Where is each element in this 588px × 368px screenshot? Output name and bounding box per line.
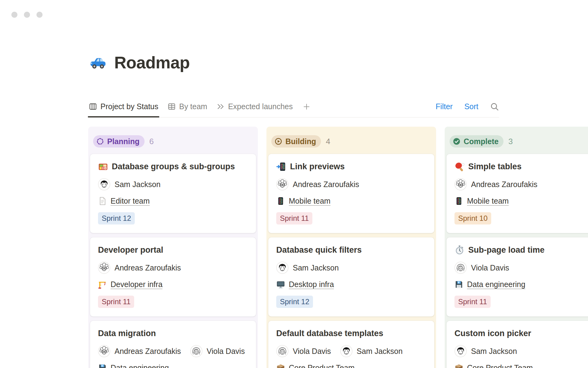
- team-row: Mobile team: [276, 196, 426, 206]
- team-link[interactable]: Core Product Team: [289, 362, 355, 368]
- status-pill-building[interactable]: Building: [271, 135, 321, 148]
- team-link[interactable]: Editor team: [111, 196, 150, 206]
- column-count: 4: [326, 137, 330, 146]
- card[interactable]: Database quick filtersSam JacksonDesktop…: [268, 237, 434, 316]
- car-icon: [89, 54, 107, 71]
- team-row: Developer infra: [98, 279, 248, 289]
- card-title-text: Database groups & sub-groups: [112, 161, 235, 172]
- team-row: Editor team: [98, 196, 248, 206]
- avatar: [98, 178, 110, 190]
- person-name: Viola Davis: [471, 263, 509, 272]
- person-chip: Andreas Zaroufakis: [98, 262, 181, 274]
- card[interactable]: Link previewsAndreas ZaroufakisMobile te…: [268, 154, 434, 233]
- column-header: Planning6: [93, 135, 253, 148]
- card-title-text: Custom icon picker: [454, 328, 531, 339]
- phone-icon: [454, 197, 463, 205]
- column-building: Building4Link previewsAndreas Zaroufakis…: [266, 127, 436, 368]
- status-pill-label: Complete: [464, 137, 499, 146]
- board: Planning6Database groups & sub-groupsSam…: [88, 127, 588, 368]
- floppy-icon: [98, 363, 107, 368]
- plus-icon: [303, 103, 311, 111]
- card[interactable]: Default database templatesViola DavisSam…: [268, 321, 434, 368]
- team-link[interactable]: Developer infra: [111, 279, 163, 289]
- card[interactable]: Database groups & sub-groupsSam JacksonE…: [90, 154, 256, 233]
- team-row: Desktop infra: [276, 279, 426, 289]
- avatar: [98, 345, 110, 357]
- team-link[interactable]: Mobile team: [467, 196, 509, 206]
- window-dot[interactable]: [24, 12, 30, 18]
- add-view-button[interactable]: [303, 96, 311, 117]
- avatar: [454, 178, 467, 190]
- search-button[interactable]: [490, 102, 499, 111]
- search-icon: [490, 102, 499, 111]
- card[interactable]: Custom icon pickerSam JacksonCore Produc…: [447, 321, 588, 368]
- bento-icon: [98, 162, 108, 172]
- person-row: Andreas ZaroufakisViola Davis: [98, 345, 248, 357]
- check-circle-icon: [452, 137, 461, 146]
- person-chip: Viola Davis: [190, 345, 245, 357]
- table-view-icon: [168, 102, 176, 111]
- double-chevron-icon: [217, 102, 225, 111]
- tab-label: By team: [179, 102, 207, 111]
- window-dot[interactable]: [11, 12, 17, 18]
- card[interactable]: Developer portalAndreas ZaroufakisDevelo…: [90, 237, 256, 316]
- card-title-text: Developer portal: [98, 245, 163, 255]
- card[interactable]: Data migrationAndreas ZaroufakisViola Da…: [90, 321, 256, 368]
- person-row: Viola DavisSam Jackson: [276, 345, 426, 357]
- person-row: Viola Davis: [454, 262, 588, 274]
- tab-label: Project by Status: [100, 102, 158, 111]
- person-chip: Andreas Zaroufakis: [454, 178, 537, 190]
- window-dot[interactable]: [36, 12, 43, 18]
- card-title: Simple tables: [454, 161, 588, 172]
- team-link[interactable]: Mobile team: [289, 196, 330, 206]
- page-title-row: Roadmap: [89, 53, 190, 72]
- tab-by-team[interactable]: By team: [168, 96, 207, 117]
- person-name: Andreas Zaroufakis: [115, 347, 181, 356]
- person-chip: Sam Jackson: [98, 178, 160, 190]
- person-name: Viola Davis: [293, 347, 331, 356]
- column-complete: Complete3Simple tablesAndreas Zaroufakis…: [445, 127, 588, 368]
- card[interactable]: Simple tablesAndreas ZaroufakisMobile te…: [447, 154, 588, 233]
- avatar: [454, 345, 467, 357]
- card-title-text: Database quick filters: [276, 245, 362, 255]
- card[interactable]: Sub-page load timeViola DavisData engine…: [447, 237, 588, 316]
- sprint-badge: Sprint 11: [98, 296, 134, 308]
- card-title: Custom icon picker: [454, 328, 588, 339]
- person-row: Sam Jackson: [98, 178, 248, 190]
- team-row: Data engineering: [454, 279, 588, 289]
- card-title-text: Simple tables: [468, 161, 522, 172]
- person-row: Andreas Zaroufakis: [454, 178, 588, 190]
- package-icon: [454, 363, 463, 368]
- avatar: [454, 262, 467, 274]
- team-link[interactable]: Data engineering: [111, 362, 169, 368]
- pingpong-icon: [454, 162, 465, 172]
- person-name: Sam Jackson: [357, 347, 403, 356]
- status-pill-complete[interactable]: Complete: [450, 135, 503, 148]
- window-controls: [11, 12, 43, 18]
- card-title: Developer portal: [98, 245, 248, 255]
- team-row: Mobile team: [454, 196, 588, 206]
- stopwatch-icon: [454, 245, 465, 255]
- filter-button[interactable]: Filter: [436, 102, 453, 111]
- card-title-text: Default database templates: [276, 328, 383, 339]
- person-chip: Viola Davis: [454, 262, 509, 274]
- sprint-badge: Sprint 11: [454, 296, 491, 308]
- person-row: Sam Jackson: [454, 345, 588, 357]
- status-pill-label: Planning: [107, 137, 140, 146]
- card-title-text: Sub-page load time: [468, 245, 545, 255]
- card-title: Default database templates: [276, 328, 426, 339]
- person-name: Sam Jackson: [293, 263, 339, 272]
- avatar: [98, 262, 110, 274]
- card-title-text: Data migration: [98, 328, 156, 339]
- sort-button[interactable]: Sort: [464, 102, 478, 111]
- team-link[interactable]: Desktop infra: [289, 279, 334, 289]
- tab-project-by-status[interactable]: Project by Status: [89, 96, 158, 117]
- team-link[interactable]: Core Product Team: [467, 362, 533, 368]
- status-pill-planning[interactable]: Planning: [93, 135, 145, 148]
- person-name: Andreas Zaroufakis: [293, 180, 359, 189]
- team-row: Data engineering: [98, 362, 248, 368]
- sprint-badge: Sprint 10: [454, 212, 491, 224]
- team-link[interactable]: Data engineering: [467, 279, 525, 289]
- play-circle-icon: [274, 137, 283, 146]
- tab-expected-launches[interactable]: Expected launches: [217, 96, 293, 117]
